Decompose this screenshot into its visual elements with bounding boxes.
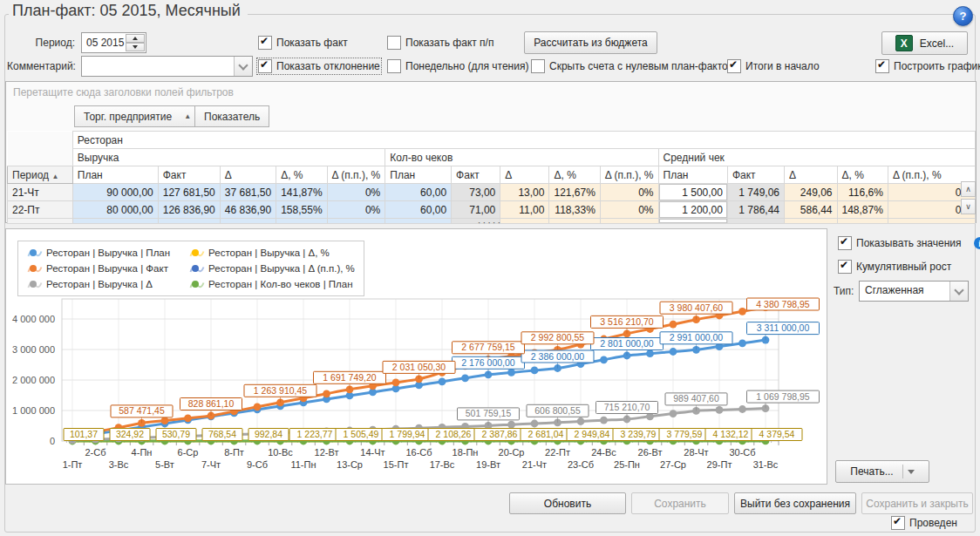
grid-cell[interactable]: 13,00 [500,184,549,201]
table-scrollbar[interactable]: ∧ ∨ [961,181,975,214]
chart-type-select[interactable]: Сглаженная [859,281,969,302]
grid-cell[interactable]: 0% [600,184,658,201]
divider [902,465,903,478]
info-icon[interactable]: i [974,237,980,249]
legend-item[interactable]: Ресторан | Выручка | План [27,245,170,261]
save-and-close-button[interactable]: Сохранить и закрыть [861,492,973,514]
grid-cell[interactable]: 90 000,00 [72,184,158,201]
checkbox-conducted[interactable]: Проведен [891,516,957,530]
column-header[interactable]: Факт [727,166,784,184]
svg-text:3-Вс: 3-Вс [109,459,129,470]
column-header[interactable]: Δ [785,166,837,184]
grid-cell[interactable]: 1 749,06 [727,184,784,201]
scroll-down-icon[interactable]: ∨ [961,199,976,214]
grid-cell[interactable]: 586,44 [785,201,837,219]
splitter-handle[interactable]: ····· [0,220,980,227]
grid-cell[interactable]: 141,87% [276,184,327,201]
legend-item[interactable]: Ресторан | Выручка | Δ, % [189,245,355,261]
grid-cell[interactable]: 60,00 [385,184,452,201]
checkbox-totals-first[interactable]: Итоги в начало [727,59,820,73]
grid-cell[interactable]: 121,67% [549,184,600,201]
grid-cell[interactable]: 126 836,90 [158,201,220,219]
chevron-down-icon[interactable] [949,282,968,301]
grid-cell[interactable]: 21-Чт [8,184,73,201]
column-header[interactable]: Выручка [72,149,385,166]
legend-item[interactable]: Ресторан | Выручка | Δ [27,276,170,292]
column-header[interactable]: Факт [452,166,500,184]
column-header[interactable]: Δ, % [276,166,327,184]
checkbox-weekly[interactable]: Понедельно (для чтения) [387,59,528,73]
checkbox-show-values[interactable]: Показывать значения i [838,236,980,250]
grid-cell[interactable]: 37 681,50 [220,184,276,201]
print-button[interactable]: Печать... [835,460,929,483]
column-header[interactable]: Δ, % [837,166,888,184]
grid-cell[interactable]: 127 681,50 [158,184,220,201]
grid-cell[interactable]: 0% [600,201,658,219]
checkbox-hide-zero[interactable]: Скрыть счета с нулевым план-фактом [531,59,735,73]
checkbox-show-deviation[interactable]: Показать отклонение [258,59,380,73]
grid-cell[interactable]: 60,00 [385,201,452,219]
column-header[interactable]: Средний чек [658,149,975,166]
series-marker-icon [27,263,43,275]
svg-text:4 132,12: 4 132,12 [713,429,749,439]
column-header[interactable]: Факт [158,166,220,184]
checkbox-box [387,36,401,50]
grid-cell[interactable]: 73,00 [452,184,500,201]
period-column-header[interactable]: Период ▲ [8,166,73,184]
column-header[interactable]: Δ (п.п.), % [327,166,385,184]
chevron-down-icon[interactable] [234,57,252,76]
spin-down-icon[interactable] [126,43,145,51]
grid-cell[interactable]: 71,00 [452,201,500,219]
period-spin-buttons[interactable] [126,34,145,51]
refresh-button[interactable]: Обновить [509,492,626,514]
column-header[interactable]: Кол-во чеков [385,149,658,166]
checkbox-cumulative[interactable]: Кумулятивный рост [838,260,951,274]
legend-item[interactable]: Ресторан | Выручка | Факт [27,261,170,276]
svg-text:324,92: 324,92 [116,429,144,439]
checkbox-show-fact[interactable]: Показать факт [258,36,348,50]
svg-text:2 677 759,15: 2 677 759,15 [461,342,514,352]
grid-cell[interactable]: 249,06 [785,184,837,201]
grid-cell[interactable]: 116,6% [837,184,888,201]
grid-cell[interactable]: 80 000,00 [72,201,158,219]
grid-cell[interactable]: 22-Пт [8,201,73,219]
column-header[interactable]: Δ, % [549,166,600,184]
grid-cell[interactable]: 148,87% [837,201,888,219]
legend-item[interactable]: Ресторан | Выручка | Δ (п.п.), % [189,261,355,276]
grid-cell[interactable]: 11,00 [500,201,549,219]
period-spinbox[interactable]: 05 2015 [81,32,146,53]
grid-cell[interactable]: 1 786,44 [727,201,784,219]
exit-without-saving-button[interactable]: Выйти без сохранения [734,492,856,514]
org-group-header[interactable]: Ресторан [72,132,975,149]
comment-combobox[interactable] [81,56,253,77]
column-header[interactable]: Δ [220,166,276,184]
grid-cell[interactable]: 46 836,90 [220,201,276,219]
checkbox-build-chart[interactable]: Построить график [875,59,980,73]
column-header[interactable] [8,132,73,166]
save-button[interactable]: Сохранить [631,492,729,514]
column-header[interactable]: План [385,166,452,184]
spin-up-icon[interactable] [126,34,145,43]
column-header[interactable]: План [72,166,158,184]
grid-cell[interactable]: 1 200,00 [658,201,727,219]
excel-button[interactable]: X Excel... [881,31,968,55]
checkbox-show-fact-pp[interactable]: Показать факт п/п [387,36,493,50]
grid-cell[interactable]: 0% [327,184,385,201]
excel-icon: X [895,35,913,51]
svg-text:715 210,70: 715 210,70 [604,402,650,412]
svg-text:587 471,45: 587 471,45 [119,405,165,416]
legend-item[interactable]: Ресторан | Кол-во чеков | План [189,276,355,292]
column-header[interactable]: План [658,166,727,184]
grid-cell[interactable]: 118,33% [549,201,600,219]
calc-from-budget-button[interactable]: Рассчитать из бюджета [524,31,657,54]
scroll-up-icon[interactable]: ∧ [961,181,976,197]
filter-field-indicator[interactable]: Показатель [194,105,269,127]
help-icon[interactable]: ? [953,6,973,26]
column-header[interactable]: Δ [500,166,549,184]
column-header[interactable]: Δ (п.п.), % [600,166,658,184]
grid-cell[interactable]: 0% [327,201,385,219]
filter-field-enterprise[interactable]: Торг. предприятие▲ [74,105,201,127]
grid-cell[interactable]: 1 500,00 [658,184,727,201]
grid-cell[interactable]: 158,55% [276,201,327,219]
svg-text:0: 0 [50,436,55,446]
